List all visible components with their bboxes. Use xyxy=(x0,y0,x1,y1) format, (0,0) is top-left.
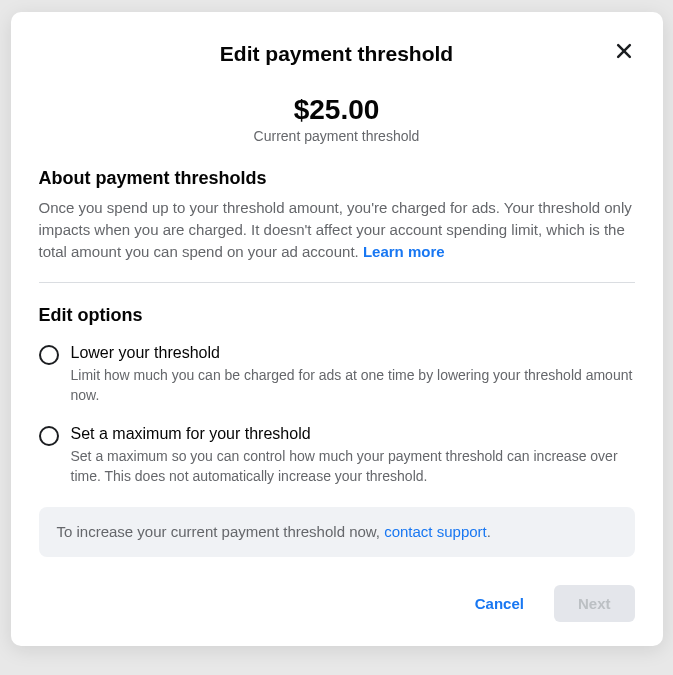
modal-header: Edit payment threshold xyxy=(39,32,635,66)
contact-support-link[interactable]: contact support xyxy=(384,523,487,540)
radio-option-set-maximum[interactable]: Set a maximum for your threshold Set a m… xyxy=(39,425,635,486)
info-prefix: To increase your current payment thresho… xyxy=(57,523,385,540)
info-text: To increase your current payment thresho… xyxy=(57,523,491,540)
about-body: Once you spend up to your threshold amou… xyxy=(39,199,632,260)
radio-icon xyxy=(39,426,59,446)
learn-more-link[interactable]: Learn more xyxy=(363,243,445,260)
about-heading: About payment thresholds xyxy=(39,168,635,189)
radio-content: Set a maximum for your threshold Set a m… xyxy=(71,425,635,486)
threshold-amount-label: Current payment threshold xyxy=(39,128,635,144)
radio-icon xyxy=(39,345,59,365)
radio-option-lower-threshold[interactable]: Lower your threshold Limit how much you … xyxy=(39,344,635,405)
info-suffix: . xyxy=(487,523,491,540)
edit-options-heading: Edit options xyxy=(39,305,635,326)
divider xyxy=(39,282,635,283)
radio-title: Set a maximum for your threshold xyxy=(71,425,635,443)
threshold-amount: $25.00 xyxy=(39,94,635,126)
modal-footer: Cancel Next xyxy=(39,585,635,622)
modal-title: Edit payment threshold xyxy=(220,42,453,66)
cancel-button[interactable]: Cancel xyxy=(457,585,542,622)
edit-payment-threshold-modal: Edit payment threshold $25.00 Current pa… xyxy=(11,12,663,646)
current-threshold-block: $25.00 Current payment threshold xyxy=(39,94,635,144)
radio-title: Lower your threshold xyxy=(71,344,635,362)
radio-description: Limit how much you can be charged for ad… xyxy=(71,366,635,405)
info-box: To increase your current payment thresho… xyxy=(39,507,635,557)
radio-description: Set a maximum so you can control how muc… xyxy=(71,447,635,486)
radio-content: Lower your threshold Limit how much you … xyxy=(71,344,635,405)
next-button[interactable]: Next xyxy=(554,585,635,622)
close-icon xyxy=(614,41,634,61)
close-button[interactable] xyxy=(609,36,639,66)
about-text: Once you spend up to your threshold amou… xyxy=(39,197,635,262)
